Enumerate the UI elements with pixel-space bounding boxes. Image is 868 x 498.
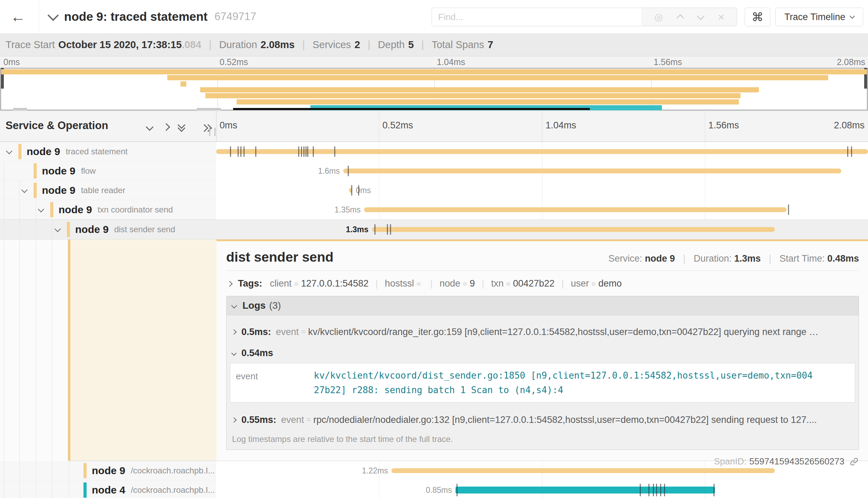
span-row[interactable]: node 9 txn coordinator send 1.35ms (0, 200, 868, 219)
panel-divider[interactable] (216, 111, 216, 142)
log-timestamp: 0.5ms: (241, 327, 271, 337)
span-duration-label: 1.35ms (335, 200, 361, 219)
log-marker[interactable] (298, 146, 299, 157)
log-marker[interactable] (305, 146, 307, 157)
span-lane[interactable]: 1.3ms (216, 220, 868, 239)
copy-link-icon[interactable] (849, 457, 859, 467)
focus-target-icon[interactable]: ◎ (654, 11, 663, 23)
keyboard-shortcuts-button[interactable]: ⌘ (745, 8, 770, 26)
chevron-down-icon[interactable] (38, 206, 44, 212)
span-rows-area: node 9 traced statement node 9 flow 1.6m… (0, 142, 868, 498)
log-marker[interactable] (348, 166, 349, 176)
detail-meta: Service: node 9 | Duration: 1.3ms | Star… (609, 253, 859, 264)
operation-name: /cockroach.roachpb.I... (131, 466, 215, 476)
chevron-down-icon[interactable] (54, 226, 61, 232)
back-button[interactable]: ← (10, 8, 26, 26)
log-marker[interactable] (656, 484, 657, 496)
log-marker[interactable] (303, 146, 304, 157)
gridline (705, 111, 705, 142)
span-lane[interactable]: 0.85ms (216, 480, 868, 498)
logs-footer-note: Log timestamps are relative to the start… (227, 431, 859, 450)
log-marker[interactable] (243, 146, 245, 157)
chevron-down-icon (231, 303, 237, 309)
log-marker[interactable] (334, 146, 335, 157)
log-marker[interactable] (238, 146, 239, 157)
services-value: 2 (354, 39, 360, 51)
minimap-tick-label: 2.08ms (837, 57, 865, 67)
span-lane[interactable]: 1.35ms (216, 200, 868, 219)
span-duration-bar[interactable] (343, 169, 841, 173)
log-marker[interactable] (851, 146, 852, 157)
log-marker[interactable] (648, 484, 649, 496)
minimap-tick-label: 0.52ms (220, 57, 248, 67)
log-marker[interactable] (387, 224, 388, 235)
log-marker[interactable] (255, 146, 256, 157)
log-marker[interactable] (390, 224, 391, 235)
log-marker[interactable] (240, 146, 241, 157)
service-name: node 9 (92, 465, 125, 477)
minimap-span (237, 99, 739, 105)
span-lane[interactable]: 1.6ms (216, 161, 868, 181)
log-marker[interactable] (847, 146, 848, 157)
log-marker[interactable] (714, 484, 715, 496)
chevron-down-icon[interactable] (6, 148, 12, 154)
find-input[interactable] (432, 8, 642, 26)
log-entry-expanded[interactable]: 0.54ms (227, 345, 859, 361)
span-id-row: SpanID: 5597415943526560273 (226, 456, 859, 467)
minimap-span (167, 75, 828, 80)
collapse-all-icon[interactable] (178, 122, 186, 131)
expand-one-icon[interactable] (162, 123, 170, 131)
log-marker[interactable] (640, 484, 641, 496)
log-timestamp: 0.55ms: (241, 415, 276, 425)
next-result-icon[interactable] (697, 12, 705, 20)
log-marker[interactable] (351, 185, 352, 196)
log-marker[interactable] (230, 146, 231, 157)
indent-guide (4, 161, 4, 498)
log-entry[interactable]: 0.5ms: event = kv/kvclient/kvcoord/range… (227, 319, 859, 345)
log-marker[interactable] (374, 224, 375, 235)
duration-value: 1.3ms (734, 253, 761, 264)
log-marker[interactable] (301, 146, 302, 157)
log-entry[interactable]: 0.55ms: event = rpc/nodedialer/nodediale… (227, 409, 859, 431)
span-row[interactable]: node 4 /cockroach.roachpb.I... 0.85ms (0, 480, 868, 498)
minimap-canvas[interactable] (0, 68, 868, 110)
tag-item: txn=00427b22 (491, 278, 555, 289)
log-marker[interactable] (313, 146, 314, 157)
span-id-value: 5597415943526560273 (749, 456, 844, 467)
logs-header[interactable]: Logs (3) (227, 296, 859, 315)
total-spans-label: Total Spans (432, 39, 484, 51)
chevron-down-icon[interactable] (21, 187, 27, 193)
trace-id: 6749717 (214, 10, 256, 23)
prev-result-icon[interactable] (676, 14, 684, 22)
operation-name: traced statement (66, 147, 128, 156)
span-duration-label: 1.3ms (346, 220, 369, 239)
clear-search-icon[interactable]: × (718, 11, 725, 24)
log-marker[interactable] (788, 205, 789, 215)
span-duration-bar[interactable] (216, 149, 868, 154)
column-resize-handle[interactable] (209, 128, 215, 136)
log-marker[interactable] (660, 484, 661, 496)
span-duration-bar[interactable] (372, 227, 775, 232)
expand-all-icon[interactable] (202, 124, 209, 133)
log-marker[interactable] (457, 484, 458, 496)
log-marker[interactable] (307, 146, 308, 157)
span-lane[interactable] (216, 142, 868, 161)
view-select[interactable]: Trace Timeline (775, 8, 863, 26)
span-lane[interactable]: 0ms (216, 181, 868, 200)
span-duration-bar[interactable] (364, 207, 787, 212)
divider (226, 270, 859, 271)
minimap-scrollbar[interactable] (233, 108, 590, 110)
log-marker[interactable] (653, 484, 654, 496)
span-row[interactable]: node 9 flow 1.6ms (0, 161, 868, 181)
span-duration-bar[interactable] (455, 487, 715, 494)
span-row[interactable]: node 9 table reader 0ms (0, 181, 868, 200)
log-marker[interactable] (664, 484, 665, 496)
tags-row[interactable]: Tags: client=127.0.0.1:54582 | hostssl= … (226, 278, 859, 289)
span-row[interactable]: node 9 traced statement (0, 142, 868, 161)
span-row-selected[interactable]: node 9 dist sender send 1.3ms (0, 219, 868, 239)
minimap-span (200, 87, 759, 92)
title-chevron-down-icon[interactable] (47, 10, 59, 21)
span-duration-bar[interactable] (391, 468, 775, 473)
log-marker[interactable] (358, 185, 359, 196)
collapse-one-icon[interactable] (146, 123, 154, 131)
